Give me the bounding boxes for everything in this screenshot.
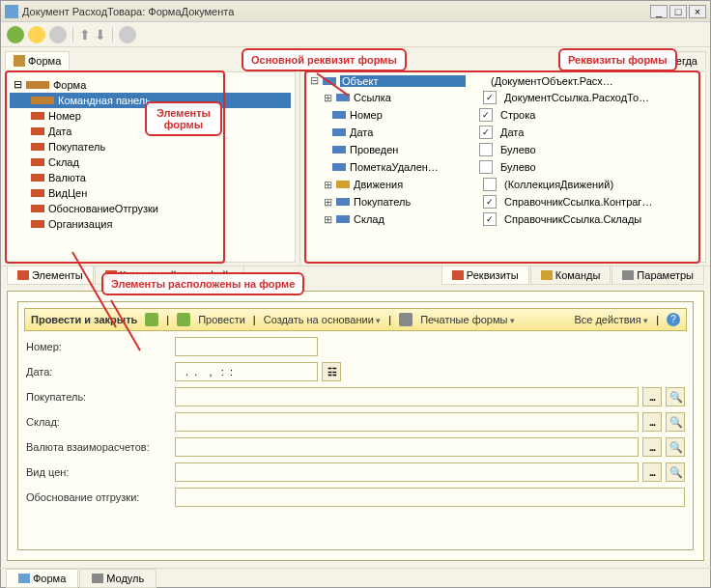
- expand-icon[interactable]: ⊟: [309, 74, 319, 87]
- tree-item[interactable]: Проведен: [350, 144, 475, 155]
- callout-elements: Элементы формы: [145, 101, 222, 136]
- checkbox[interactable]: ✓: [479, 108, 493, 122]
- input-buyer[interactable]: [175, 387, 639, 406]
- tree-item[interactable]: Номер: [350, 109, 475, 121]
- date-picker-button[interactable]: ☷: [322, 362, 341, 381]
- tree-item[interactable]: Покупатель: [354, 196, 479, 208]
- maximize-button[interactable]: □: [669, 5, 687, 18]
- tree-item[interactable]: Склад: [354, 213, 479, 225]
- field-icon: [31, 158, 44, 166]
- close-button[interactable]: ×: [689, 5, 706, 18]
- tree-item[interactable]: Организация: [48, 218, 112, 230]
- attr-icon: [332, 128, 346, 136]
- edit-button[interactable]: [28, 26, 45, 43]
- footer-tab-forma[interactable]: Форма: [6, 569, 78, 588]
- expand-icon[interactable]: ⊞: [323, 196, 332, 209]
- minimize-button[interactable]: _: [650, 5, 668, 18]
- save-icon[interactable]: [145, 313, 158, 326]
- attr-icon: [332, 111, 346, 119]
- post-icon[interactable]: [177, 313, 190, 326]
- label-pricetype: Вид цен:: [26, 466, 171, 478]
- tree-item[interactable]: Покупатель: [48, 141, 105, 153]
- field-icon: [31, 143, 44, 151]
- label-warehouse: Склад:: [26, 416, 171, 428]
- collection-icon: [336, 181, 350, 188]
- label-currency: Валюта взаиморасчетов:: [26, 441, 171, 453]
- tree-item-cmdpanel[interactable]: Командная панель: [58, 95, 151, 106]
- down-button[interactable]: ⬇: [95, 27, 106, 42]
- module-icon: [92, 574, 103, 583]
- tree-item[interactable]: ВидЦен: [48, 187, 87, 199]
- checkbox[interactable]: ✓: [479, 126, 493, 139]
- attr-icon: [336, 215, 350, 223]
- tree-item[interactable]: ПометкаУдален…: [350, 161, 475, 173]
- browse-button[interactable]: ...: [642, 412, 662, 432]
- tab-params[interactable]: Параметры: [611, 266, 704, 285]
- up-button[interactable]: ⬆: [79, 27, 91, 42]
- label-basis: Обоснование отгрузки:: [26, 491, 171, 503]
- browse-button[interactable]: ...: [642, 437, 662, 457]
- checkbox[interactable]: [479, 160, 493, 174]
- print-icon[interactable]: [399, 313, 412, 326]
- expand-icon[interactable]: ⊞: [323, 213, 332, 226]
- post-button[interactable]: Провести: [198, 314, 245, 325]
- checkbox[interactable]: ✓: [483, 195, 497, 209]
- tab-forma[interactable]: Форма: [5, 51, 70, 70]
- input-date[interactable]: [175, 362, 318, 381]
- expand-icon[interactable]: ⊞: [323, 179, 332, 191]
- open-button[interactable]: 🔍: [666, 387, 685, 406]
- input-number[interactable]: [175, 337, 318, 356]
- field-icon: [31, 174, 44, 182]
- open-button[interactable]: 🔍: [666, 412, 685, 432]
- add-button[interactable]: [7, 26, 24, 43]
- attr-icon: [336, 198, 350, 206]
- help-icon[interactable]: ?: [667, 313, 680, 326]
- checkbox[interactable]: [479, 143, 493, 156]
- tree-item[interactable]: Движения: [354, 179, 479, 190]
- requisites-tree[interactable]: ⊟Объект(ДокументОбъект.Расх… ⊞Ссылка✓Док…: [304, 71, 706, 263]
- input-basis[interactable]: [175, 488, 685, 507]
- tree-item[interactable]: ОбоснованиеОтгрузки: [48, 203, 158, 214]
- form-preview: Провести и закрыть | Провести | Создать …: [7, 291, 704, 561]
- form-icon: [18, 574, 30, 583]
- tree-root[interactable]: Форма: [53, 79, 86, 91]
- browse-button[interactable]: ...: [642, 387, 662, 406]
- field-icon: [31, 205, 44, 212]
- form-elements-tree[interactable]: ⊟Форма Командная панель Номер Дата Покуп…: [5, 71, 296, 263]
- footer-tab-module[interactable]: Модуль: [79, 569, 156, 588]
- input-currency[interactable]: [175, 437, 639, 457]
- tree-item[interactable]: Склад: [48, 156, 79, 168]
- open-button[interactable]: 🔍: [666, 437, 685, 457]
- params-icon: [622, 270, 634, 280]
- input-pricetype[interactable]: [175, 462, 639, 482]
- input-warehouse[interactable]: [175, 412, 639, 432]
- form-icon: [14, 55, 25, 67]
- delete-button[interactable]: [49, 26, 67, 43]
- field-icon: [31, 112, 44, 120]
- tree-item[interactable]: Валюта: [48, 172, 86, 183]
- callout-rekv-form: Реквизиты формы: [558, 48, 677, 71]
- cmd-panel-icon: [31, 97, 54, 104]
- form-icon: [5, 5, 18, 18]
- props-button[interactable]: [119, 26, 136, 43]
- elements-icon: [17, 270, 29, 280]
- tree-item[interactable]: Номер: [48, 110, 81, 122]
- browse-button[interactable]: ...: [642, 462, 662, 482]
- expand-icon[interactable]: ⊞: [323, 92, 332, 104]
- tree-item[interactable]: Дата: [350, 126, 475, 138]
- tree-item[interactable]: Ссылка: [354, 92, 479, 103]
- checkbox[interactable]: ✓: [483, 212, 497, 226]
- tree-item[interactable]: Дата: [48, 126, 71, 137]
- tab-commands[interactable]: Команды: [530, 266, 611, 285]
- titlebar: Документ РасходТовара: ФормаДокумента _ …: [1, 1, 710, 22]
- field-icon: [31, 220, 44, 228]
- create-basis-button[interactable]: Создать на основании: [264, 314, 382, 325]
- tab-requisites[interactable]: Реквизиты: [441, 266, 529, 285]
- all-actions-button[interactable]: Все действия: [574, 314, 648, 325]
- checkbox[interactable]: [483, 178, 497, 191]
- callout-main-rekv: Основной реквизит формы: [242, 48, 407, 71]
- tree-root-object[interactable]: Объект: [340, 75, 466, 87]
- open-button[interactable]: 🔍: [666, 462, 685, 482]
- checkbox[interactable]: ✓: [483, 91, 497, 104]
- print-button[interactable]: Печатные формы: [420, 314, 515, 325]
